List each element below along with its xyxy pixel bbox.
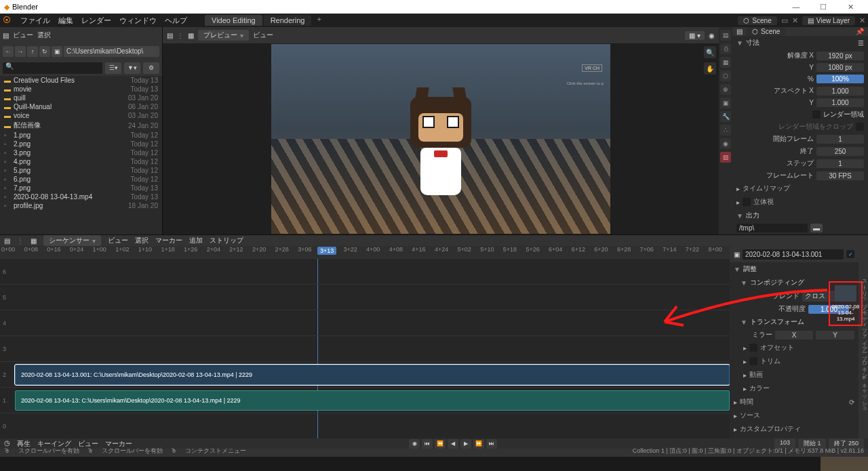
tool-viewlayer-icon[interactable]: ▦ xyxy=(720,57,731,68)
menu-render[interactable]: レンダー xyxy=(77,16,115,26)
panel-color[interactable]: ▸カラー xyxy=(730,382,859,395)
mirror-y-button[interactable]: Y xyxy=(816,331,854,340)
minimize-button[interactable]: — xyxy=(783,3,810,11)
preview-mode-dropdown[interactable]: プレビュー▾ xyxy=(198,30,249,41)
strip-name-input[interactable]: 2020-02-08 13-04-13.001 xyxy=(743,249,844,260)
tool-modifier-icon[interactable]: 🔧 xyxy=(720,111,731,122)
fb-select[interactable]: 選択 xyxy=(37,30,51,40)
autokey-icon[interactable]: ◉ xyxy=(409,439,420,449)
nav-refresh-icon[interactable]: ↻ xyxy=(39,46,50,57)
render-region-checkbox[interactable] xyxy=(812,110,821,119)
output-path-input[interactable]: /tmp\ xyxy=(736,224,808,232)
pan-icon[interactable]: ✋ xyxy=(704,62,716,75)
panel-output[interactable]: ▼出力 xyxy=(732,209,868,222)
menu-file[interactable]: ファイル xyxy=(16,16,54,26)
frame-end-input[interactable]: 250 xyxy=(816,147,864,156)
menu-help[interactable]: ヘルプ xyxy=(161,16,191,26)
seqprops-icon[interactable]: ▣ xyxy=(734,251,740,258)
frame-start-input[interactable]: 1 xyxy=(816,135,864,144)
fps-dropdown[interactable]: 30 FPS xyxy=(816,171,864,180)
panel-video[interactable]: ▸動画 xyxy=(730,368,859,382)
file-row[interactable]: ▬quill03 Jan 20 xyxy=(0,94,162,102)
fb-view[interactable]: ビュー xyxy=(13,30,33,40)
menu-edit[interactable]: 編集 xyxy=(54,16,77,26)
seq-add[interactable]: 追加 xyxy=(189,236,203,245)
seq-view[interactable]: ビュー xyxy=(108,236,128,245)
editor-type-icon[interactable]: ▤ xyxy=(3,32,9,39)
display-mode-icon[interactable]: ☰▾ xyxy=(105,62,121,74)
file-row[interactable]: ▫6.pngToday 12 xyxy=(0,175,162,184)
pv-display-icon[interactable]: ▦ ▾ xyxy=(685,31,705,40)
workspace-tab-rendering[interactable]: Rendering xyxy=(264,15,312,26)
timeline-tracks[interactable]: 654322020-02-08 13-04-13.001: C:\Users\m… xyxy=(0,258,730,438)
file-row[interactable]: ▬Creative Cloud FilesToday 13 xyxy=(0,76,162,85)
scene-chip[interactable]: ⬡Scene xyxy=(747,27,785,36)
file-row[interactable]: ▬配信画像24 Jan 20 xyxy=(0,120,162,131)
track-row[interactable]: 3 xyxy=(0,335,730,361)
tool-physics-icon[interactable]: ◉ xyxy=(720,138,731,149)
seq-select[interactable]: 選択 xyxy=(135,236,149,245)
aspect-x-input[interactable]: 1.000 xyxy=(816,87,864,96)
pin-icon[interactable]: 📌 xyxy=(856,28,864,35)
timeline-ruler[interactable]: 0+000+080+160+241+001+021+101+181+262+04… xyxy=(0,246,730,258)
track-row[interactable]: 4 xyxy=(0,310,730,335)
play-icon[interactable]: ▶ xyxy=(460,439,471,449)
scene-selector[interactable]: ⬡Scene xyxy=(738,16,776,25)
sequencer-mode-dropdown[interactable]: シーケンサー▾ xyxy=(43,235,101,246)
seq-editor-icon[interactable]: ▤ xyxy=(4,237,10,245)
filter-icon[interactable]: ▼▾ xyxy=(124,62,140,74)
aspect-y-input[interactable]: 1.000 xyxy=(816,98,864,107)
desktop-file-highlighted[interactable]: 2020-02-08 13-04-13.mp4 xyxy=(829,281,863,326)
file-row[interactable]: ▬Quill-Manual06 Jan 20 xyxy=(0,102,162,111)
keyframe-next-icon[interactable]: ⏩ xyxy=(473,439,484,449)
file-row[interactable]: ▫7.pngToday 13 xyxy=(0,184,162,192)
seq-strip[interactable]: ストリップ xyxy=(210,236,243,245)
stereo-checkbox[interactable] xyxy=(743,198,751,206)
frame-step-input[interactable]: 1 xyxy=(816,159,864,168)
pv-view[interactable]: ビュー xyxy=(253,30,273,40)
tool-material-icon[interactable]: ▨ xyxy=(720,152,731,163)
tool-output-icon[interactable]: ⎙ xyxy=(720,43,731,54)
panel-custom[interactable]: ▸カスタムプロパティ xyxy=(730,422,859,436)
tool-particles-icon[interactable]: ∴ xyxy=(720,125,731,136)
file-row[interactable]: ▫5.pngToday 12 xyxy=(0,166,162,175)
video-strip[interactable]: 2020-02-08 13-04-13.001: C:\Users\mikam\… xyxy=(15,365,730,385)
file-row[interactable]: ▫3.pngToday 12 xyxy=(0,148,162,157)
jump-end-icon[interactable]: ⏭ xyxy=(486,439,497,449)
tool-render-icon[interactable]: ▤ xyxy=(720,30,731,41)
file-row[interactable]: ▫2.pngToday 12 xyxy=(0,140,162,148)
track-row[interactable]: 22020-02-08 13-04-13.001: C:\Users\mikam… xyxy=(0,361,730,387)
zoom-icon[interactable]: 🔍 xyxy=(704,46,716,58)
nav-newfolder-icon[interactable]: ▣ xyxy=(52,46,62,57)
workspace-tab-video-editing[interactable]: Video Editing xyxy=(205,15,262,26)
seq-marker[interactable]: マーカー xyxy=(155,236,182,245)
tool-object-icon[interactable]: ▣ xyxy=(720,98,731,108)
track-row[interactable]: 6 xyxy=(0,258,730,284)
workspace-add-button[interactable]: + xyxy=(313,15,325,26)
keyframe-prev-icon[interactable]: ⏪ xyxy=(435,439,446,449)
file-row[interactable]: ▫4.pngToday 12 xyxy=(0,157,162,166)
panel-stereo[interactable]: ▸立体視 xyxy=(732,195,868,209)
file-row[interactable]: ▫profile.jpg18 Jan 20 xyxy=(0,201,162,210)
viewlayer-selector[interactable]: ▤View Layer xyxy=(802,16,855,25)
file-row[interactable]: ▫1.pngToday 12 xyxy=(0,131,162,140)
resolution-pct-slider[interactable]: 100% xyxy=(816,75,864,83)
pv-overlay-icon[interactable]: ◉ xyxy=(709,32,715,39)
track-row[interactable]: 0 xyxy=(0,413,730,438)
props-icon[interactable]: ▤ xyxy=(736,28,743,35)
search-input[interactable]: 🔍 xyxy=(3,62,102,74)
tool-world-icon[interactable]: ⊕ xyxy=(720,84,731,95)
close-button[interactable]: ✕ xyxy=(837,3,864,12)
panel-adjust[interactable]: ▼調整 xyxy=(730,262,859,276)
folder-icon[interactable]: ▬ xyxy=(810,224,823,232)
nav-forward-icon[interactable]: → xyxy=(15,46,26,57)
scene-new-icon[interactable]: ▭ xyxy=(781,16,788,25)
maximize-button[interactable]: ☐ xyxy=(810,3,837,12)
path-input[interactable]: C:\Users\mikam\Desktop\ xyxy=(64,46,159,57)
jump-start-icon[interactable]: ⏮ xyxy=(422,439,433,449)
play-reverse-icon[interactable]: ◀ xyxy=(448,439,458,449)
file-row[interactable]: ▫2020-02-08 13-04-13.mp4Today 13 xyxy=(0,192,162,201)
seq-mode-icon[interactable]: ▦ xyxy=(31,237,37,245)
scene-close-icon[interactable]: ✕ xyxy=(792,16,798,25)
menu-window[interactable]: ウィンドウ xyxy=(115,16,161,26)
